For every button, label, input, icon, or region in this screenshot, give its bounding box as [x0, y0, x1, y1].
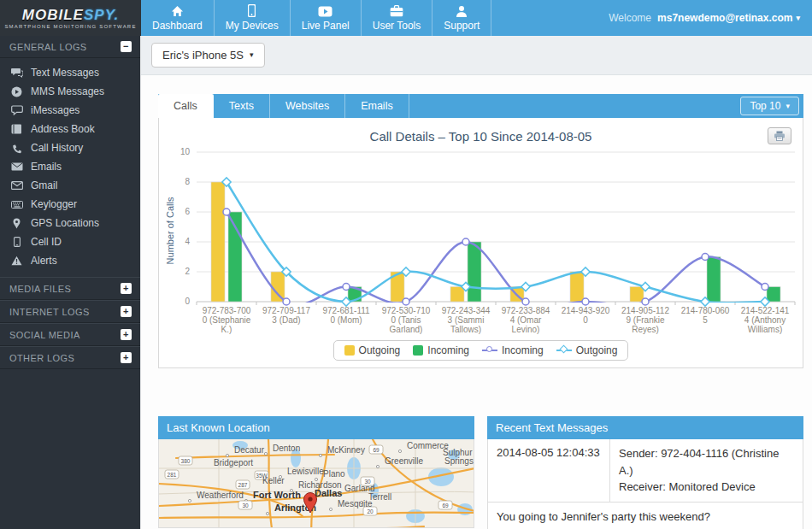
sidebar-item-imessages[interactable]: iMessages: [0, 101, 140, 120]
sidebar-item-label: Emails: [31, 161, 62, 173]
smartphone-icon: [248, 4, 256, 17]
chevron-down-icon: ▾: [796, 15, 800, 22]
svg-text:Springs: Springs: [444, 456, 474, 466]
sidebar-item-mms-messages[interactable]: MMS Messages: [0, 82, 140, 101]
sidebar-section-social-media[interactable]: SOCIAL MEDIA +: [0, 323, 140, 346]
sidebar-section-general-logs[interactable]: GENERAL LOGS −: [0, 36, 140, 58]
svg-text:Decatur: Decatur: [234, 445, 265, 455]
message-meta-row[interactable]: 2014-08-05 12:04:33 Sender: 972-404-1116…: [488, 439, 803, 503]
home-icon: [171, 4, 184, 17]
legend-label: Outgoing: [576, 344, 618, 356]
chart-legend: Outgoing Incoming Incoming: [159, 340, 803, 361]
book-icon: [10, 124, 23, 134]
svg-text:8: 8: [185, 177, 190, 186]
tab-calls[interactable]: Calls: [158, 94, 214, 118]
top10-dropdown[interactable]: Top 10 ▾: [740, 97, 799, 115]
svg-text:214-780-0605: 214-780-0605: [681, 306, 730, 325]
section-label: MEDIA FILES: [9, 284, 71, 294]
calls-chart: 0246810972-783-7000 (StephanieK.)972-709…: [162, 145, 799, 338]
legend-label: Incoming: [427, 344, 469, 356]
nav-support[interactable]: Support: [432, 0, 491, 36]
svg-text:214-522-1414 (AnthonyWilliams): 214-522-1414 (AnthonyWilliams): [741, 306, 790, 334]
sidebar-item-keylogger[interactable]: Keylogger: [0, 195, 140, 214]
keyboard-icon: [10, 201, 23, 209]
welcome-area: Welcome ms7newdemo@retinax.com ▾: [609, 0, 812, 36]
svg-text:214-905-1129 (FrankieReyes): 214-905-1129 (FrankieReyes): [621, 306, 669, 334]
brand-name: MOBILESPY.: [22, 8, 119, 22]
section-label: OTHER LOGS: [9, 353, 74, 363]
sidebar-item-emails[interactable]: Emails: [0, 157, 140, 176]
collapse-minus-icon[interactable]: −: [121, 41, 132, 52]
device-strip: Eric's iPhone 5S ▾: [141, 36, 812, 75]
sidebar-item-label: Gmail: [31, 179, 57, 191]
map[interactable]: 38028128735W6930302069DecaturBridgeportD…: [158, 439, 474, 528]
tab-emails[interactable]: Emails: [345, 94, 409, 118]
sidebar-item-call-history[interactable]: Call History: [0, 138, 140, 157]
brand-tagline: SMARTPHONE MONITORING SOFTWARE: [4, 24, 136, 29]
nav-user-tools[interactable]: User Tools: [362, 0, 432, 36]
svg-text:Weatherford: Weatherford: [197, 491, 244, 500]
svg-text:Greenville: Greenville: [385, 456, 423, 466]
expand-plus-icon[interactable]: +: [121, 306, 132, 317]
svg-text:20: 20: [367, 508, 374, 514]
svg-text:972-233-8844 (OmarLevino): 972-233-8844 (OmarLevino): [502, 306, 550, 334]
speech-bubble-icon: [10, 105, 23, 115]
svg-text:Number of Calls: Number of Calls: [165, 197, 175, 264]
envelope-outline-icon: [10, 181, 23, 190]
legend-incoming-bar[interactable]: Incoming: [413, 344, 469, 356]
svg-text:Keller: Keller: [262, 476, 285, 485]
sidebar-item-label: Alerts: [31, 255, 57, 267]
legend-incoming-line[interactable]: Incoming: [482, 344, 544, 356]
tab-texts[interactable]: Texts: [214, 94, 270, 118]
nav-label: Dashboard: [152, 20, 203, 32]
sidebar-item-alerts[interactable]: Alerts: [0, 251, 140, 270]
play-circle-icon: [10, 86, 23, 97]
device-selector[interactable]: Eric's iPhone 5S ▾: [151, 43, 265, 68]
sidebar-item-gps-locations[interactable]: GPS Locations: [0, 214, 140, 232]
section-label: GENERAL LOGS: [9, 42, 87, 52]
phone-icon: [10, 143, 23, 154]
printer-icon: [774, 131, 786, 141]
tab-websites[interactable]: Websites: [270, 94, 345, 118]
legend-outgoing-bar[interactable]: Outgoing: [344, 344, 401, 356]
app-root: MOBILESPY. SMARTPHONE MONITORING SOFTWAR…: [0, 0, 812, 529]
svg-text:Mesquite: Mesquite: [338, 499, 373, 508]
sidebar-section-media-files[interactable]: MEDIA FILES +: [0, 277, 140, 300]
play-panel-icon: [318, 4, 332, 17]
brand-logo[interactable]: MOBILESPY. SMARTPHONE MONITORING SOFTWAR…: [0, 0, 141, 36]
svg-text:69: 69: [442, 503, 449, 508]
sidebar-item-cell-id[interactable]: Cell ID: [0, 232, 140, 251]
chevron-down-icon: ▾: [250, 51, 254, 59]
section-label: INTERNET LOGS: [9, 307, 90, 317]
main-nav: Dashboard My Devices Live Panel User Too…: [141, 0, 491, 36]
svg-text:972-783-7000 (StephanieK.): 972-783-7000 (StephanieK.): [203, 306, 251, 334]
expand-plus-icon[interactable]: +: [121, 352, 132, 363]
expand-plus-icon[interactable]: +: [121, 283, 132, 294]
legend-outgoing-line[interactable]: Outgoing: [556, 344, 618, 356]
sidebar-item-gmail[interactable]: Gmail: [0, 176, 140, 195]
sidebar-item-address-book[interactable]: Address Book: [0, 120, 140, 138]
print-button[interactable]: [768, 127, 791, 144]
nav-dashboard[interactable]: Dashboard: [141, 0, 215, 36]
last-known-location-panel: Last Known Location 38028128735W69303020…: [158, 416, 474, 529]
chart-widget: Calls Texts Websites Emails Top 10 ▾: [158, 94, 803, 368]
sidebar-section-internet-logs[interactable]: INTERNET LOGS +: [0, 300, 140, 323]
svg-text:Lewisville: Lewisville: [287, 467, 324, 476]
expand-plus-icon[interactable]: +: [121, 329, 132, 340]
svg-text:69: 69: [373, 447, 380, 453]
messages-table: 2014-08-05 12:04:33 Sender: 972-404-1116…: [487, 439, 803, 529]
svg-text:972-530-7100 (TanisGarland): 972-530-7100 (TanisGarland): [382, 306, 431, 334]
user-account-menu[interactable]: ms7newdemo@retinax.com ▾: [657, 12, 800, 24]
sidebar-general-logs-items: Text Messages MMS Messages iMessages Add…: [0, 58, 140, 277]
sidebar-item-label: iMessages: [31, 104, 79, 116]
nav-my-devices[interactable]: My Devices: [215, 0, 291, 36]
sidebar-section-other-logs[interactable]: OTHER LOGS +: [0, 346, 140, 369]
top-header: MOBILESPY. SMARTPHONE MONITORING SOFTWAR…: [0, 0, 812, 36]
sidebar: GENERAL LOGS − Text Messages MMS Message…: [0, 36, 141, 529]
svg-text:214-943-9200: 214-943-9200: [562, 306, 610, 325]
svg-text:972-681-1110 (Mom): 972-681-1110 (Mom): [322, 306, 370, 325]
svg-text:Denton: Denton: [273, 444, 300, 453]
sidebar-item-text-messages[interactable]: Text Messages: [0, 63, 140, 82]
nav-live-panel[interactable]: Live Panel: [291, 0, 362, 36]
svg-text:972-709-1173 (Dad): 972-709-1173 (Dad): [262, 306, 310, 325]
